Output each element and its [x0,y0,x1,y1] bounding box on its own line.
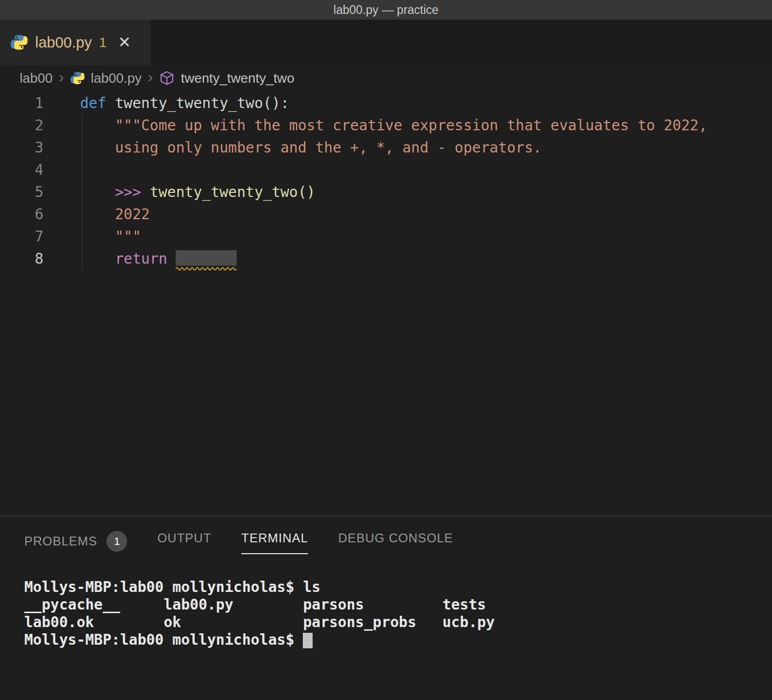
close-icon[interactable]: ✕ [118,35,131,50]
panel-tab-terminal[interactable]: TERMINAL [241,531,308,554]
terminal-cursor [303,633,313,648]
line-number: 2 [0,114,57,136]
code-line[interactable]: 3 using only numbers and the +, *, and -… [0,136,772,159]
line-number: 3 [0,136,57,159]
code-lines: 1def twenty_twenty_two():2 """Come up wi… [0,92,772,270]
panel-tab-label: DEBUG CONSOLE [338,531,453,545]
line-number: 6 [0,203,57,225]
breadcrumb-symbol[interactable]: twenty_twenty_two [181,70,295,86]
window-titlebar: lab00.py — practice [0,0,772,20]
panel-tab-debug-console[interactable]: DEBUG CONSOLE [338,531,453,554]
chevron-right-icon: › [148,69,153,85]
tab-bar: lab00.py 1 ✕ [0,20,772,65]
panel-tab-output[interactable]: OUTPUT [157,531,211,554]
chevron-right-icon: › [59,69,64,85]
code-line[interactable]: 1def twenty_twenty_two(): [0,92,772,114]
panel-tab-label: PROBLEMS [24,534,97,549]
breadcrumb-file[interactable]: lab00.py [91,70,142,86]
panel-tab-label: TERMINAL [241,531,308,545]
symbol-cube-icon [159,70,175,86]
selected-placeholder-box[interactable] [176,250,237,266]
panel-tab-problems[interactable]: PROBLEMS1 [24,531,127,560]
code-line[interactable]: 8 return [0,248,772,270]
code-line[interactable]: 2 """Come up with the most creative expr… [0,114,772,136]
code-editor[interactable]: 1def twenty_twenty_two():2 """Come up wi… [0,91,772,516]
python-icon [10,34,28,51]
panel-tab-label: OUTPUT [157,531,211,545]
python-icon [70,71,85,85]
breadcrumb: lab00 › lab00.py › twenty_twenty_two [0,65,772,91]
line-number: 1 [0,92,57,114]
code-line[interactable]: 5 >>> twenty_twenty_two() [0,181,772,203]
line-number: 4 [0,159,57,181]
tab-filename: lab00.py [35,34,92,51]
terminal-output[interactable]: Mollys-MBP:lab00 mollynicholas$ ls__pyca… [0,560,772,649]
line-number: 8 [0,248,57,270]
panel-tabs: PROBLEMS1OUTPUTTERMINALDEBUG CONSOLE [0,516,772,560]
code-line[interactable]: 6 2022 [0,203,772,225]
code-line[interactable]: 7 """ [0,225,772,248]
editor-tab[interactable]: lab00.py 1 ✕ [0,20,151,65]
terminal-line: __pycache__ lab00.py parsons tests [24,596,772,614]
terminal-line: Mollys-MBP:lab00 mollynicholas$ [24,631,772,649]
window-title: lab00.py — practice [333,3,438,17]
indent-guide [82,114,83,270]
bottom-panel: PROBLEMS1OUTPUTTERMINALDEBUG CONSOLE Mol… [0,516,772,700]
breadcrumb-folder[interactable]: lab00 [20,70,53,86]
terminal-line: Mollys-MBP:lab00 mollynicholas$ ls [24,579,772,596]
line-number: 5 [0,181,57,203]
tab-problem-badge: 1 [99,35,106,51]
code-line[interactable]: 4 [0,159,772,181]
problems-count-badge: 1 [106,531,127,552]
terminal-line: lab00.ok ok parsons_probs ucb.py [24,614,772,631]
line-number: 7 [0,225,57,248]
